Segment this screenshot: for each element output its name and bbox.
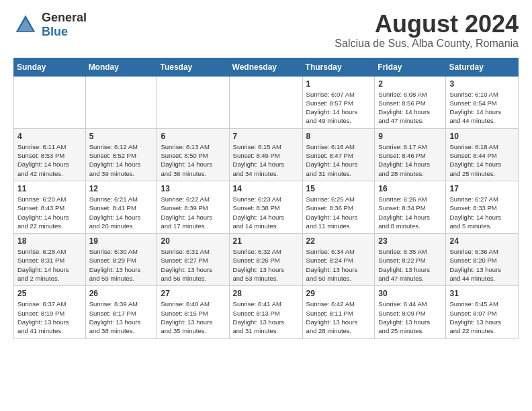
calendar-cell: 14Sunrise: 6:23 AM Sunset: 8:38 PM Dayli… bbox=[229, 181, 302, 233]
calendar-week-2: 4Sunrise: 6:11 AM Sunset: 8:53 PM Daylig… bbox=[14, 128, 519, 181]
calendar-cell: 11Sunrise: 6:20 AM Sunset: 8:43 PM Dayli… bbox=[14, 181, 86, 233]
calendar-header-friday: Friday bbox=[375, 58, 446, 76]
day-number: 7 bbox=[233, 132, 299, 141]
calendar-cell: 25Sunrise: 6:37 AM Sunset: 8:19 PM Dayli… bbox=[14, 286, 86, 338]
day-info: Sunrise: 6:41 AM Sunset: 8:13 PM Dayligh… bbox=[233, 300, 299, 335]
day-number: 20 bbox=[161, 236, 225, 246]
day-info: Sunrise: 6:27 AM Sunset: 8:33 PM Dayligh… bbox=[449, 195, 515, 230]
day-info: Sunrise: 6:18 AM Sunset: 8:44 PM Dayligh… bbox=[449, 142, 515, 178]
page: General Blue August 2024 Salciua de Sus,… bbox=[0, 0, 532, 350]
calendar-week-4: 18Sunrise: 6:28 AM Sunset: 8:31 PM Dayli… bbox=[14, 234, 519, 286]
calendar-header-saturday: Saturday bbox=[446, 58, 519, 76]
day-info: Sunrise: 6:13 AM Sunset: 8:50 PM Dayligh… bbox=[161, 142, 225, 178]
day-info: Sunrise: 6:12 AM Sunset: 8:52 PM Dayligh… bbox=[89, 142, 154, 178]
day-number: 1 bbox=[306, 79, 371, 89]
calendar-cell: 24Sunrise: 6:36 AM Sunset: 8:20 PM Dayli… bbox=[446, 234, 519, 286]
day-info: Sunrise: 6:17 AM Sunset: 8:46 PM Dayligh… bbox=[378, 142, 442, 178]
calendar-cell: 8Sunrise: 6:16 AM Sunset: 8:47 PM Daylig… bbox=[302, 128, 375, 181]
calendar-cell: 16Sunrise: 6:26 AM Sunset: 8:34 PM Dayli… bbox=[375, 181, 446, 233]
day-number: 3 bbox=[449, 79, 515, 89]
day-number: 18 bbox=[17, 236, 82, 246]
day-number: 13 bbox=[161, 184, 225, 193]
calendar-cell: 29Sunrise: 6:42 AM Sunset: 8:11 PM Dayli… bbox=[302, 286, 375, 338]
header: General Blue August 2024 Salciua de Sus,… bbox=[13, 11, 519, 50]
day-number: 27 bbox=[161, 289, 225, 298]
calendar-cell: 7Sunrise: 6:15 AM Sunset: 8:49 PM Daylig… bbox=[229, 128, 302, 181]
calendar-cell: 1Sunrise: 6:07 AM Sunset: 8:57 PM Daylig… bbox=[302, 76, 375, 128]
calendar-cell: 31Sunrise: 6:45 AM Sunset: 8:07 PM Dayli… bbox=[446, 286, 519, 338]
day-number: 25 bbox=[17, 289, 82, 298]
calendar-week-1: 1Sunrise: 6:07 AM Sunset: 8:57 PM Daylig… bbox=[14, 76, 519, 128]
calendar-cell: 10Sunrise: 6:18 AM Sunset: 8:44 PM Dayli… bbox=[446, 128, 519, 181]
calendar-cell: 4Sunrise: 6:11 AM Sunset: 8:53 PM Daylig… bbox=[14, 128, 86, 181]
day-number: 16 bbox=[378, 184, 442, 193]
month-title: August 2024 bbox=[335, 11, 519, 38]
calendar-header-tuesday: Tuesday bbox=[157, 58, 229, 76]
title-block: August 2024 Salciua de Sus, Alba County,… bbox=[335, 11, 519, 50]
day-number: 12 bbox=[89, 184, 154, 193]
day-info: Sunrise: 6:11 AM Sunset: 8:53 PM Dayligh… bbox=[17, 142, 82, 178]
logo: General Blue bbox=[13, 11, 87, 39]
day-number: 19 bbox=[89, 236, 154, 246]
day-number: 24 bbox=[449, 236, 515, 246]
calendar-cell: 6Sunrise: 6:13 AM Sunset: 8:50 PM Daylig… bbox=[157, 128, 229, 181]
calendar-week-5: 25Sunrise: 6:37 AM Sunset: 8:19 PM Dayli… bbox=[14, 286, 519, 338]
day-info: Sunrise: 6:23 AM Sunset: 8:38 PM Dayligh… bbox=[233, 195, 299, 230]
day-info: Sunrise: 6:32 AM Sunset: 8:26 PM Dayligh… bbox=[233, 247, 299, 283]
day-info: Sunrise: 6:10 AM Sunset: 8:54 PM Dayligh… bbox=[449, 90, 515, 126]
day-info: Sunrise: 6:34 AM Sunset: 8:24 PM Dayligh… bbox=[306, 247, 371, 283]
logo-blue-text: Blue bbox=[42, 25, 87, 39]
calendar-cell bbox=[85, 76, 157, 128]
day-info: Sunrise: 6:31 AM Sunset: 8:27 PM Dayligh… bbox=[161, 247, 225, 283]
day-info: Sunrise: 6:44 AM Sunset: 8:09 PM Dayligh… bbox=[378, 300, 442, 335]
calendar-cell: 21Sunrise: 6:32 AM Sunset: 8:26 PM Dayli… bbox=[229, 234, 302, 286]
day-number: 22 bbox=[306, 236, 371, 246]
day-number: 31 bbox=[449, 289, 515, 298]
location-title: Salciua de Sus, Alba County, Romania bbox=[335, 38, 519, 50]
calendar-table: SundayMondayTuesdayWednesdayThursdayFrid… bbox=[13, 58, 519, 339]
day-number: 15 bbox=[306, 184, 371, 193]
day-number: 2 bbox=[378, 79, 442, 89]
day-number: 9 bbox=[378, 132, 442, 141]
day-number: 11 bbox=[17, 184, 82, 193]
day-number: 21 bbox=[233, 236, 299, 246]
day-info: Sunrise: 6:25 AM Sunset: 8:36 PM Dayligh… bbox=[306, 195, 371, 230]
day-info: Sunrise: 6:21 AM Sunset: 8:41 PM Dayligh… bbox=[89, 195, 154, 230]
day-info: Sunrise: 6:08 AM Sunset: 8:56 PM Dayligh… bbox=[378, 90, 442, 126]
calendar-cell: 26Sunrise: 6:39 AM Sunset: 8:17 PM Dayli… bbox=[85, 286, 157, 338]
calendar-header-row: SundayMondayTuesdayWednesdayThursdayFrid… bbox=[14, 58, 519, 76]
calendar-header-monday: Monday bbox=[85, 58, 157, 76]
calendar-cell bbox=[157, 76, 229, 128]
calendar-week-3: 11Sunrise: 6:20 AM Sunset: 8:43 PM Dayli… bbox=[14, 181, 519, 233]
calendar-cell: 23Sunrise: 6:35 AM Sunset: 8:22 PM Dayli… bbox=[375, 234, 446, 286]
day-info: Sunrise: 6:22 AM Sunset: 8:39 PM Dayligh… bbox=[161, 195, 225, 230]
calendar-cell bbox=[14, 76, 86, 128]
calendar-cell: 28Sunrise: 6:41 AM Sunset: 8:13 PM Dayli… bbox=[229, 286, 302, 338]
calendar-header-wednesday: Wednesday bbox=[229, 58, 302, 76]
calendar-cell: 17Sunrise: 6:27 AM Sunset: 8:33 PM Dayli… bbox=[446, 181, 519, 233]
calendar-cell: 2Sunrise: 6:08 AM Sunset: 8:56 PM Daylig… bbox=[375, 76, 446, 128]
day-info: Sunrise: 6:37 AM Sunset: 8:19 PM Dayligh… bbox=[17, 300, 82, 335]
day-number: 26 bbox=[89, 289, 154, 298]
calendar-cell: 27Sunrise: 6:40 AM Sunset: 8:15 PM Dayli… bbox=[157, 286, 229, 338]
day-info: Sunrise: 6:20 AM Sunset: 8:43 PM Dayligh… bbox=[17, 195, 82, 230]
calendar-cell: 5Sunrise: 6:12 AM Sunset: 8:52 PM Daylig… bbox=[85, 128, 157, 181]
calendar-cell: 15Sunrise: 6:25 AM Sunset: 8:36 PM Dayli… bbox=[302, 181, 375, 233]
calendar-cell: 9Sunrise: 6:17 AM Sunset: 8:46 PM Daylig… bbox=[375, 128, 446, 181]
day-info: Sunrise: 6:39 AM Sunset: 8:17 PM Dayligh… bbox=[89, 300, 154, 335]
day-info: Sunrise: 6:07 AM Sunset: 8:57 PM Dayligh… bbox=[306, 90, 371, 126]
calendar-cell: 18Sunrise: 6:28 AM Sunset: 8:31 PM Dayli… bbox=[14, 234, 86, 286]
calendar-cell: 12Sunrise: 6:21 AM Sunset: 8:41 PM Dayli… bbox=[85, 181, 157, 233]
day-number: 23 bbox=[378, 236, 442, 246]
day-info: Sunrise: 6:40 AM Sunset: 8:15 PM Dayligh… bbox=[161, 300, 225, 335]
day-number: 14 bbox=[233, 184, 299, 193]
day-info: Sunrise: 6:45 AM Sunset: 8:07 PM Dayligh… bbox=[449, 300, 515, 335]
day-number: 30 bbox=[378, 289, 442, 298]
calendar-header-sunday: Sunday bbox=[14, 58, 86, 76]
logo-general-text: General bbox=[42, 11, 87, 25]
day-number: 28 bbox=[233, 289, 299, 298]
calendar-cell: 20Sunrise: 6:31 AM Sunset: 8:27 PM Dayli… bbox=[157, 234, 229, 286]
day-number: 4 bbox=[17, 132, 82, 141]
logo-icon bbox=[13, 13, 38, 37]
calendar-header-thursday: Thursday bbox=[302, 58, 375, 76]
